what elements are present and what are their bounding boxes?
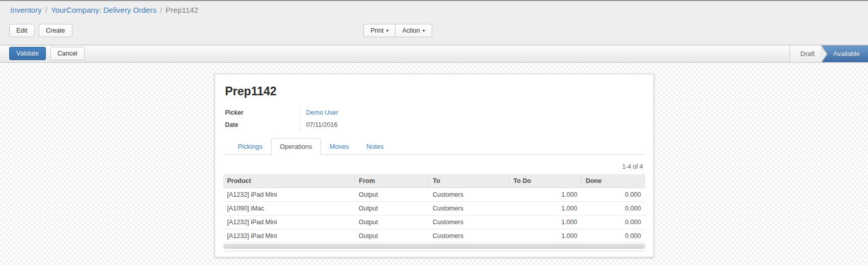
breadcrumb-current-record: Prep1142	[166, 6, 198, 14]
print-dropdown-button[interactable]: Print▾	[363, 24, 396, 37]
table-header-row: Product From To To Do Done	[223, 174, 645, 188]
horizontal-scrollbar[interactable]	[223, 244, 645, 249]
table-row[interactable]: [A1232] iPad Mini Output Customers 1.000…	[223, 216, 645, 229]
cell-from: Output	[355, 202, 429, 216]
statusbar: Validate Cancel Draft Available	[0, 45, 868, 63]
picker-field-row: Picker Demo User	[225, 107, 645, 119]
col-header-done[interactable]: Done	[581, 174, 645, 188]
cell-to: Customers	[429, 188, 509, 202]
tab-pickings[interactable]: Pickings	[229, 138, 271, 155]
cell-todo: 1.000	[509, 229, 582, 243]
status-available-label: Available	[833, 50, 860, 58]
table-footer-line	[223, 251, 645, 251]
cell-todo: 1.000	[509, 202, 582, 216]
status-step-draft: Draft	[790, 45, 822, 62]
print-action-group: Print▾ Action▾	[363, 24, 432, 37]
print-label: Print	[371, 27, 384, 34]
cell-from: Output	[355, 216, 429, 229]
cell-product: [A1090] iMac	[223, 202, 355, 216]
workflow-buttons: Validate Cancel	[9, 47, 87, 60]
breadcrumb-separator: /	[45, 6, 47, 14]
cell-from: Output	[355, 229, 429, 243]
table-row[interactable]: [A1090] iMac Output Customers 1.000 0.00…	[223, 202, 645, 216]
breadcrumb-separator: /	[160, 6, 162, 14]
cell-done: 0.000	[581, 229, 645, 243]
cell-from: Output	[355, 188, 429, 202]
date-value: 07/11/2016	[306, 121, 338, 128]
create-button[interactable]: Create	[39, 24, 72, 37]
status-step-available: Available	[822, 45, 868, 62]
cell-product: [A1232] iPad Mini	[223, 229, 355, 243]
picker-user-link[interactable]: Demo User	[306, 109, 338, 116]
cell-done: 0.000	[581, 188, 645, 202]
col-header-from[interactable]: From	[355, 174, 429, 188]
cell-to: Customers	[429, 202, 509, 216]
list-pager: 1-4 of 4	[223, 163, 643, 170]
operations-table: Product From To To Do Done [A1232] iPad …	[223, 174, 645, 243]
record-title: Prep1142	[225, 85, 645, 98]
cell-to: Customers	[429, 229, 509, 243]
date-field-row: Date 07/11/2016	[225, 119, 645, 131]
content-area: Prep1142 Picker Demo User Date 07/11/201…	[0, 63, 868, 265]
tab-operations[interactable]: Operations	[271, 138, 321, 155]
edit-button[interactable]: Edit	[9, 24, 35, 37]
col-header-to[interactable]: To	[429, 174, 509, 188]
cell-product: [A1232] iPad Mini	[223, 216, 355, 229]
record-buttons: Edit Create	[9, 24, 74, 37]
cell-to: Customers	[429, 216, 509, 229]
table-row[interactable]: [A1232] iPad Mini Output Customers 1.000…	[223, 188, 645, 202]
col-header-product[interactable]: Product	[223, 174, 355, 188]
field-group: Picker Demo User Date 07/11/2016	[225, 107, 645, 131]
validate-button[interactable]: Validate	[9, 47, 46, 60]
tab-moves[interactable]: Moves	[321, 138, 358, 155]
cell-todo: 1.000	[509, 216, 582, 229]
cell-done: 0.000	[581, 216, 645, 229]
control-panel: Inventory/YourCompany: Delivery Orders/P…	[0, 1, 868, 45]
date-field-value: 07/11/2016	[300, 119, 645, 131]
breadcrumb-inventory[interactable]: Inventory	[10, 6, 42, 14]
table-row[interactable]: [A1232] iPad Mini Output Customers 1.000…	[223, 229, 645, 243]
col-header-todo[interactable]: To Do	[509, 174, 582, 188]
breadcrumb: Inventory/YourCompany: Delivery Orders/P…	[10, 6, 198, 14]
status-flow: Draft Available	[790, 45, 868, 62]
cancel-button[interactable]: Cancel	[50, 47, 85, 60]
caret-down-icon: ▾	[423, 27, 425, 34]
cell-todo: 1.000	[509, 188, 582, 202]
breadcrumb-delivery-orders[interactable]: YourCompany: Delivery Orders	[51, 6, 156, 14]
odoo-app-window: Inventory/YourCompany: Delivery Orders/P…	[0, 0, 868, 265]
action-dropdown-button[interactable]: Action▾	[395, 24, 432, 37]
cell-product: [A1232] iPad Mini	[223, 188, 355, 202]
form-sheet: Prep1142 Picker Demo User Date 07/11/201…	[215, 74, 654, 257]
notebook-tabs: Pickings Operations Moves Notes	[223, 138, 645, 155]
action-label: Action	[402, 27, 420, 34]
status-draft-label: Draft	[800, 50, 814, 58]
picker-field-value: Demo User	[300, 107, 645, 119]
picker-field-label: Picker	[225, 107, 300, 119]
cell-done: 0.000	[581, 202, 645, 216]
date-field-label: Date	[225, 119, 300, 131]
tab-notes[interactable]: Notes	[358, 138, 392, 155]
caret-down-icon: ▾	[386, 27, 389, 34]
scrollbar-thumb[interactable]	[224, 245, 645, 248]
